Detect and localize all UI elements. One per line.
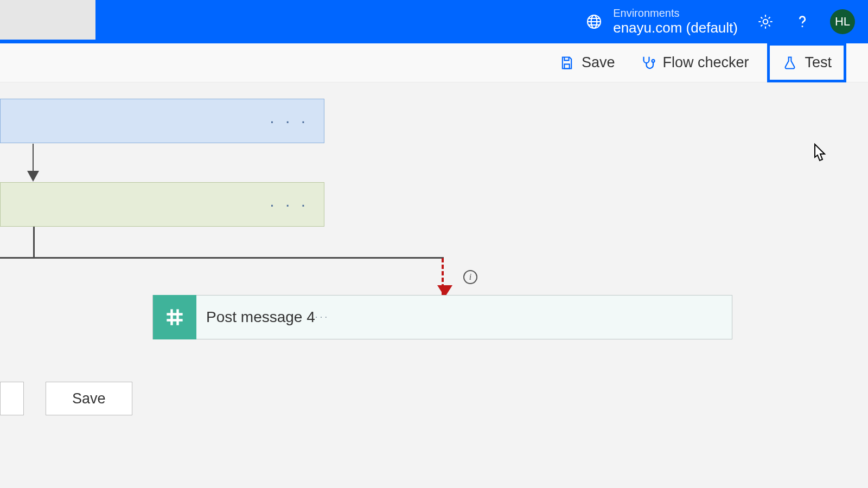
arrow-down-icon <box>33 144 34 181</box>
save-button-label: Save <box>582 54 615 71</box>
help-icon[interactable] <box>793 12 812 31</box>
flask-icon <box>782 55 798 71</box>
gear-icon[interactable] <box>756 12 775 31</box>
save-flow-label: Save <box>72 390 106 407</box>
connector-horizontal <box>0 257 444 259</box>
flow-step-post-message[interactable]: Post message 4 · · · <box>152 295 732 339</box>
slack-channel-icon <box>153 295 196 339</box>
svg-point-4 <box>652 59 655 62</box>
header-right-cluster: Environments enayu.com (default) HL <box>585 7 868 36</box>
flow-step-title: Post message 4 <box>196 309 315 326</box>
cursor-pointer-icon <box>810 143 829 165</box>
flow-checker-button[interactable]: Flow checker <box>633 50 755 75</box>
editor-toolbar: Save Flow checker Test <box>0 43 868 82</box>
environment-label: Environments <box>613 7 738 20</box>
test-button[interactable]: Test <box>767 43 846 82</box>
ellipsis-icon[interactable]: · · · <box>270 195 309 214</box>
save-button[interactable]: Save <box>552 50 622 75</box>
connector-run-after-arrow <box>442 258 444 295</box>
environment-picker[interactable]: Environments enayu.com (default) <box>585 7 738 36</box>
connector-vertical <box>33 227 35 258</box>
flow-step-trigger[interactable]: · · · <box>0 99 324 143</box>
svg-point-3 <box>802 25 803 27</box>
bottom-button-row: Save <box>0 382 132 415</box>
search-placeholder-box[interactable] <box>0 0 95 40</box>
flow-canvas[interactable]: · · · · · · i Post message 4 · · · Save <box>0 82 868 488</box>
app-header: Environments enayu.com (default) HL <box>0 0 868 43</box>
ellipsis-icon[interactable]: · · · <box>315 312 327 322</box>
environment-name: enayu.com (default) <box>613 20 738 36</box>
flow-checker-label: Flow checker <box>662 54 749 71</box>
avatar[interactable]: HL <box>830 9 855 34</box>
save-icon <box>559 55 575 71</box>
stethoscope-icon <box>640 55 656 71</box>
info-icon[interactable]: i <box>463 270 477 284</box>
flow-step-action-1[interactable]: · · · <box>0 182 324 227</box>
previous-step-button[interactable] <box>0 382 24 415</box>
globe-icon <box>585 12 603 31</box>
avatar-initials: HL <box>835 15 850 29</box>
ellipsis-icon[interactable]: · · · <box>270 112 309 130</box>
save-flow-button[interactable]: Save <box>46 382 132 415</box>
svg-point-2 <box>763 20 768 24</box>
test-button-label: Test <box>805 54 832 71</box>
